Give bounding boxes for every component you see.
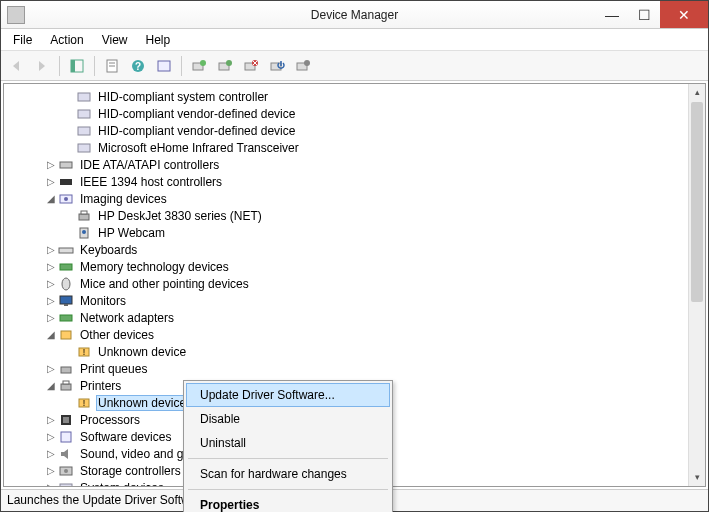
svg-point-18 xyxy=(304,60,310,66)
tree-item-label: Mice and other pointing devices xyxy=(78,276,251,292)
tree-item-label: Unknown device xyxy=(96,395,188,411)
expander-icon[interactable]: ▷ xyxy=(44,261,58,272)
tree-item-label: System devices xyxy=(78,480,166,487)
update-driver-icon[interactable] xyxy=(214,55,236,77)
svg-rect-7 xyxy=(158,61,170,71)
toolbar-separator xyxy=(94,56,95,76)
help-icon[interactable]: ? xyxy=(127,55,149,77)
tree-item[interactable]: HID-compliant vendor-defined device xyxy=(8,122,688,139)
tree-item[interactable]: HID-compliant vendor-defined device xyxy=(8,105,688,122)
tree-item-label: Imaging devices xyxy=(78,191,169,207)
tree-item[interactable]: ▷Print queues xyxy=(8,360,688,377)
context-menu-item[interactable]: Scan for hardware changes xyxy=(186,462,390,486)
add-legacy-icon[interactable] xyxy=(292,55,314,77)
svg-rect-24 xyxy=(60,179,72,185)
show-hide-console-tree-icon[interactable] xyxy=(66,55,88,77)
vertical-scrollbar[interactable]: ▴ ▾ xyxy=(688,84,705,486)
tree-item[interactable]: ▷IDE ATA/ATAPI controllers xyxy=(8,156,688,173)
menu-help[interactable]: Help xyxy=(138,31,179,49)
svg-rect-19 xyxy=(78,93,90,101)
context-menu-item[interactable]: Update Driver Software... xyxy=(186,383,390,407)
svg-rect-16 xyxy=(271,63,281,70)
maximize-button[interactable]: ☐ xyxy=(628,1,660,28)
tree-item[interactable]: ▷Memory technology devices xyxy=(8,258,688,275)
tree-item-label: Print queues xyxy=(78,361,149,377)
scrollbar-thumb[interactable] xyxy=(691,102,703,302)
properties-icon[interactable] xyxy=(101,55,123,77)
expander-icon[interactable]: ◢ xyxy=(44,380,58,391)
back-button[interactable] xyxy=(5,55,27,77)
expander-icon[interactable]: ◢ xyxy=(44,329,58,340)
tree-item[interactable]: Microsoft eHome Infrared Transceiver xyxy=(8,139,688,156)
monitor-icon xyxy=(58,293,74,309)
context-menu-item[interactable]: Properties xyxy=(186,493,390,512)
expander-icon[interactable]: ▷ xyxy=(44,431,58,442)
menu-view[interactable]: View xyxy=(94,31,136,49)
titlebar[interactable]: Device Manager — ☐ ✕ xyxy=(1,1,708,29)
uninstall-icon[interactable] xyxy=(240,55,262,77)
other-icon xyxy=(58,327,74,343)
expander-icon[interactable]: ▷ xyxy=(44,159,58,170)
tree-item[interactable]: HID-compliant system controller xyxy=(8,88,688,105)
disable-icon[interactable] xyxy=(266,55,288,77)
tree-item-label: Other devices xyxy=(78,327,156,343)
svg-rect-46 xyxy=(63,417,69,423)
context-menu-separator xyxy=(188,458,388,459)
tree-item[interactable]: ▷Network adapters xyxy=(8,309,688,326)
ide-icon xyxy=(58,157,74,173)
tree-item-label: IDE ATA/ATAPI controllers xyxy=(78,157,221,173)
svg-text:?: ? xyxy=(135,61,141,72)
toolbar-separator xyxy=(181,56,182,76)
expander-icon[interactable]: ▷ xyxy=(44,448,58,459)
expander-icon[interactable]: ▷ xyxy=(44,363,58,374)
svg-point-26 xyxy=(64,197,68,201)
tree-item[interactable]: HP Webcam xyxy=(8,224,688,241)
menu-file[interactable]: File xyxy=(5,31,40,49)
system-icon xyxy=(58,480,74,487)
tree-item[interactable]: ◢Imaging devices xyxy=(8,190,688,207)
device-icon xyxy=(76,123,92,139)
printq-icon xyxy=(58,361,74,377)
scroll-down-arrow[interactable]: ▾ xyxy=(689,469,705,486)
svg-rect-27 xyxy=(79,214,89,220)
svg-text:!: ! xyxy=(83,347,86,357)
expander-icon[interactable]: ▷ xyxy=(44,278,58,289)
svg-rect-35 xyxy=(64,304,68,306)
tree-item[interactable]: ▷Keyboards xyxy=(8,241,688,258)
expander-icon[interactable]: ▷ xyxy=(44,244,58,255)
menu-action[interactable]: Action xyxy=(42,31,91,49)
svg-text:!: ! xyxy=(83,398,86,408)
context-menu-item[interactable]: Uninstall xyxy=(186,431,390,455)
tree-item[interactable]: ◢Other devices xyxy=(8,326,688,343)
scroll-up-arrow[interactable]: ▴ xyxy=(689,84,705,101)
tree-item[interactable]: !Unknown device xyxy=(8,343,688,360)
svg-rect-40 xyxy=(61,367,71,373)
minimize-button[interactable]: — xyxy=(596,1,628,28)
menubar: File Action View Help xyxy=(1,29,708,51)
tree-item[interactable]: ▷IEEE 1394 host controllers xyxy=(8,173,688,190)
svg-rect-47 xyxy=(61,432,71,442)
tree-item-label: Processors xyxy=(78,412,142,428)
expander-icon[interactable]: ▷ xyxy=(44,295,58,306)
mouse-icon xyxy=(58,276,74,292)
printer-icon xyxy=(76,208,92,224)
expander-icon[interactable]: ▷ xyxy=(44,312,58,323)
context-menu-item[interactable]: Disable xyxy=(186,407,390,431)
expander-icon[interactable]: ◢ xyxy=(44,193,58,204)
tree-item-label: Sound, video and ga xyxy=(78,446,192,462)
cpu-icon xyxy=(58,412,74,428)
tree-item[interactable]: ▷Mice and other pointing devices xyxy=(8,275,688,292)
expander-icon[interactable]: ▷ xyxy=(44,465,58,476)
action-icon[interactable] xyxy=(153,55,175,77)
tree-item-label: Software devices xyxy=(78,429,173,445)
expander-icon[interactable]: ▷ xyxy=(44,414,58,425)
scan-hardware-icon[interactable] xyxy=(188,55,210,77)
tree-item[interactable]: HP DeskJet 3830 series (NET) xyxy=(8,207,688,224)
context-menu: Update Driver Software...DisableUninstal… xyxy=(183,380,393,512)
tree-item-label: HID-compliant vendor-defined device xyxy=(96,106,297,122)
expander-icon[interactable]: ▷ xyxy=(44,482,58,486)
tree-item[interactable]: ▷Monitors xyxy=(8,292,688,309)
expander-icon[interactable]: ▷ xyxy=(44,176,58,187)
forward-button[interactable] xyxy=(31,55,53,77)
close-button[interactable]: ✕ xyxy=(660,1,708,28)
